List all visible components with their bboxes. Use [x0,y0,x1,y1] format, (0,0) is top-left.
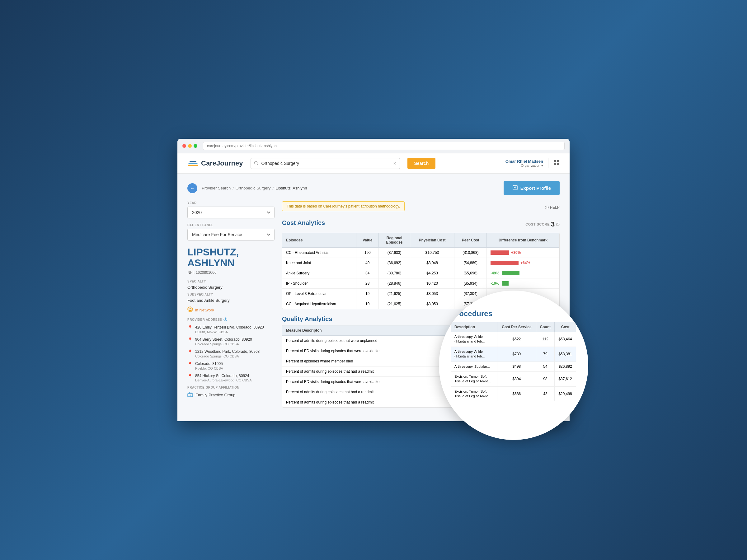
search-icon [251,158,261,169]
episode-diff: +30% [487,248,559,258]
in-network-label: In Network [195,308,214,312]
specialty-value: Orthopedic Surgery [187,285,275,290]
provider-name: LIPSHUTZ, ASHLYNN [187,247,275,268]
panel-label: PATIENT PANEL [187,223,275,227]
search-input[interactable] [261,158,390,168]
episode-value: 19 [356,299,379,309]
practice-icon [187,392,193,398]
table-row: Arthroscopy, Ankle(Tibiotalar and Fib...… [451,332,576,347]
cost-score-value: 3 [551,220,555,229]
export-icon [512,185,518,191]
header-user: Omar Rhiel Madsen Organization ▾ [506,158,560,168]
browser-chrome: carejourney.com/provider/lipshutz-ashlyn… [177,139,570,153]
proc-desc: Arthroscopy, Ankle(Tibiotalar and Fib... [451,347,497,362]
proc-col-count: Count [536,322,555,332]
diff-bar [491,250,509,255]
app-header: CareJourney ✕ Search Omar Rhiel Madsen O… [177,153,570,174]
addresses-list: 📍 428 Emily Renzelli Blvd, Colorado, 809… [187,325,275,382]
search-bar[interactable]: ✕ [251,158,400,169]
address-item-3: 📍 1212 Woodland Park, Colorado, 80963Col… [187,349,275,358]
episode-value: 190 [356,248,379,258]
episode-physician-cost: $8,053 [410,289,454,299]
address-street-4: Colorado, 81005 [195,361,223,367]
episode-regional: (21,625) [379,299,410,309]
practice-name: Family Practice Group [196,393,236,397]
location-icon-2: 📍 [187,337,193,346]
proc-cost: $26,892 [555,362,576,371]
measure-text: Percent of admits during episodes that h… [282,387,461,397]
practice-label: PRACTICE GROUP AFFILIATION [187,386,275,389]
svg-rect-7 [554,163,556,165]
address-sub-4: Pueblo, CO CBSA [195,367,223,370]
episode-regional: (21,625) [379,289,410,299]
measure-text: Percent of admits during episodes that w… [282,336,461,346]
proc-count: 43 [536,386,555,401]
subspecialty-label: SUBSPECIALTY [187,293,275,296]
svg-rect-6 [557,160,559,162]
diff-text: +64% [520,261,530,265]
proc-count: 79 [536,347,555,362]
browser-minimize-dot[interactable] [188,144,192,148]
user-org[interactable]: Organization ▾ [506,164,543,168]
proc-cost-per-service: $498 [497,362,536,371]
specialty-section: SPECIALTY Orthopedic Surgery [187,280,275,290]
search-button[interactable]: Search [407,158,436,169]
episode-diff: -10% [487,278,559,289]
proc-cost: $58,381 [555,347,576,362]
proc-cost-per-service: $739 [497,347,536,362]
measure-text: Percent of ED visits during episodes tha… [282,377,461,387]
cost-score-denom: /5 [556,222,560,227]
export-profile-button[interactable]: Export Profile [504,181,560,195]
episode-peer-cost: ($5,696) [455,268,487,278]
address-info-icon[interactable]: ⓘ [224,317,228,322]
table-row: Excision, Tumor, SoftTissue of Leg or An… [451,371,576,386]
measure-text: Percent of admits during episodes that h… [282,397,461,407]
logo-icon [187,158,199,169]
grid-icon[interactable] [553,160,560,167]
browser-maximize-dot[interactable] [194,144,197,148]
proc-col-desc: Description [451,322,497,332]
svg-rect-0 [189,163,198,164]
help-button[interactable]: ⓘ HELP [545,205,560,210]
table-row: Arthroscopy, Ankle(Tibiotalar and Fib...… [451,347,576,362]
specialty-label: SPECIALTY [187,280,275,283]
diff-bar [491,261,518,265]
address-item-4: 📍 Colorado, 81005Pueblo, CO CBSA [187,361,275,370]
col-value: Value [356,233,379,248]
address-bar[interactable]: carejourney.com/provider/lipshutz-ashlyn… [203,142,565,150]
help-icon: ⓘ [545,205,549,210]
breadcrumb-sep2: / [273,186,274,190]
location-icon-1: 📍 [187,325,193,334]
table-row: CC - Rheumatoid Arthritis 190 (87,633) $… [282,248,559,258]
proc-count: 54 [536,362,555,371]
cost-analytics-title: Cost Analytics [282,219,325,226]
col-peer-cost: Peer Cost [455,233,487,248]
procedures-title: Procedures [451,309,576,318]
year-select[interactable]: 2020 [187,207,275,218]
breadcrumb-provider-search[interactable]: Provider Search [202,186,231,190]
cost-score: COST SCORE 3 /5 [525,220,560,229]
user-name: Omar Rhiel Madsen [506,159,543,164]
proc-cost-per-service: $522 [497,332,536,347]
episode-value: 28 [356,278,379,289]
diff-text: +30% [511,250,521,255]
episode-physician-cost: $4,253 [410,268,454,278]
search-clear-icon[interactable]: ✕ [390,159,400,168]
episode-value: 19 [356,289,379,299]
episode-physician-cost: $10,753 [410,248,454,258]
proc-cost-per-service: $686 [497,386,536,401]
breadcrumb-row: ← Provider Search / Orthopedic Surgery /… [187,181,560,195]
address-sub-1: Duluth, MN-WI CBSA [195,330,264,334]
breadcrumb-specialty[interactable]: Orthopedic Surgery [236,186,271,190]
browser-close-dot[interactable] [182,144,186,148]
data-note: This data is based on CareJourney's pati… [282,201,405,211]
address-street-5: 854 Hickory St, Colorado, 80924 [195,373,252,379]
address-street-2: 904 Berry Street, Colorado, 80920 [195,337,252,342]
diff-text: -10% [491,281,499,286]
left-panel: YEAR 2020 PATIENT PANEL Medicare Fee For… [187,201,275,414]
patient-panel-select[interactable]: Medicare Fee For Service [187,229,275,240]
back-button[interactable]: ← [187,183,197,193]
proc-col-cost: Cost [555,322,576,332]
episode-regional: (36,692) [379,258,410,268]
episode-peer-cost: ($10,868) [455,248,487,258]
